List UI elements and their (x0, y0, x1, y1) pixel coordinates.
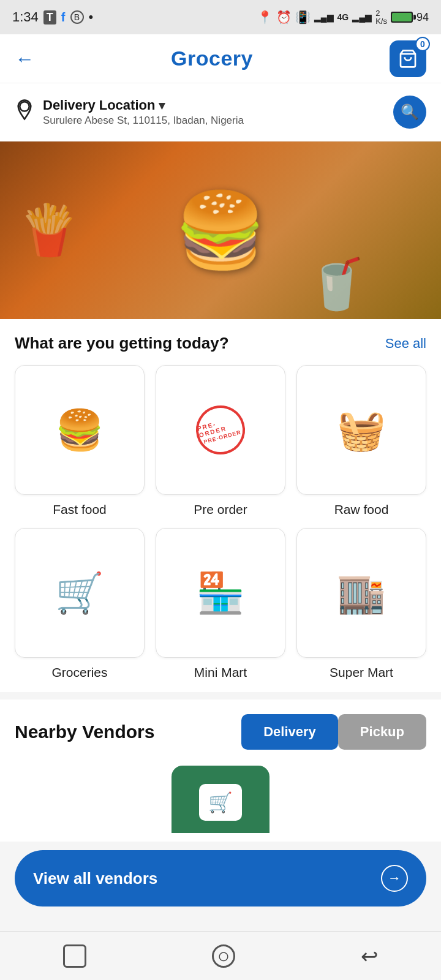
raw-food-icon: 🧺 (337, 407, 386, 453)
vendor-store-icon: 🛒 (208, 791, 233, 814)
location-label: Delivery Location ▾ (43, 97, 244, 113)
category-super-mart[interactable]: 🏬 Super Mart (296, 528, 426, 680)
cart-badge: 0 (415, 37, 430, 51)
top-nav: ← Grocery 0 (0, 34, 441, 83)
arrow-circle-icon: → (381, 865, 408, 892)
category-raw-food[interactable]: 🧺 Raw food (296, 365, 426, 517)
category-section-title: What are you getting today? (15, 334, 229, 353)
category-mini-mart[interactable]: 🏪 Mini Mart (156, 528, 285, 680)
cart-icon (398, 49, 418, 69)
category-section-header: What are you getting today? See all (0, 319, 441, 359)
groceries-icon: 🛒 (55, 570, 104, 616)
status-b-icon: B (70, 10, 84, 24)
status-time: 1:34 (12, 9, 39, 25)
delivery-pickup-toggle: Delivery Pickup (241, 714, 426, 750)
groceries-label: Groceries (51, 665, 107, 680)
location-address: Surulere Abese St, 110115, Ibadan, Niger… (43, 115, 244, 127)
location-info: Delivery Location ▾ Surulere Abese St, 1… (15, 97, 244, 127)
mini-mart-label: Mini Mart (194, 665, 247, 680)
pre-order-stamp-icon: PRE-ORDER PRE-ORDER (190, 400, 251, 460)
signal-bars-2: ▂▄▆ (352, 12, 372, 22)
mini-mart-icon-box: 🏪 (156, 528, 285, 658)
battery-percent: 94 (417, 11, 429, 24)
nav-home-button[interactable]: ○ (212, 944, 235, 968)
vendor-card-preview[interactable]: 🛒 (15, 760, 426, 833)
page-title: Grocery (171, 47, 253, 70)
vibrate-icon: 📳 (295, 10, 311, 24)
pickup-toggle-button[interactable]: Pickup (338, 714, 426, 750)
raw-food-label: Raw food (334, 502, 389, 517)
location-status-icon: 📍 (257, 10, 273, 24)
raw-food-icon-box: 🧺 (296, 365, 426, 495)
pre-order-icon-box: PRE-ORDER PRE-ORDER (156, 365, 285, 495)
mini-mart-icon: 🏪 (196, 570, 245, 616)
search-icon: 🔍 (401, 104, 419, 121)
status-dot: • (89, 9, 94, 25)
status-t-icon: T (43, 10, 56, 24)
arrow-icon: → (388, 870, 401, 886)
nav-square-button[interactable] (63, 944, 86, 968)
status-left: 1:34 T f B • (12, 9, 93, 25)
status-right: 📍 ⏰ 📳 ▂▄▆ 4G ▂▄▆ 2K/s 94 (257, 9, 429, 25)
status-fb-icon: f (61, 10, 66, 24)
category-groceries[interactable]: 🛒 Groceries (15, 528, 145, 680)
category-pre-order[interactable]: PRE-ORDER PRE-ORDER Pre order (156, 365, 285, 517)
nearby-vendors-title: Nearby Vendors (15, 722, 154, 742)
fast-food-icon: 🍔 (55, 407, 104, 453)
back-button[interactable]: ← (15, 49, 34, 69)
delivery-location-bar[interactable]: Delivery Location ▾ Surulere Abese St, 1… (0, 83, 441, 141)
svg-point-1 (20, 102, 29, 111)
super-mart-label: Super Mart (330, 665, 393, 680)
vendor-card: 🛒 (172, 766, 270, 833)
super-mart-icon-box: 🏬 (296, 528, 426, 658)
category-grid: 🍔 Fast food PRE-ORDER PRE-ORDER Pre orde… (0, 359, 441, 692)
banner-side-food: 🍟 (18, 202, 80, 259)
status-bar: 1:34 T f B • 📍 ⏰ 📳 ▂▄▆ 4G ▂▄▆ 2K/s 94 (0, 0, 441, 34)
nav-back-button[interactable]: ↩ (361, 944, 378, 968)
fast-food-icon-box: 🍔 (15, 365, 145, 495)
search-button[interactable]: 🔍 (393, 96, 426, 129)
pre-order-label: Pre order (194, 502, 247, 517)
see-all-button[interactable]: See all (385, 336, 426, 352)
alarm-icon: ⏰ (276, 10, 292, 24)
view-all-vendors-button[interactable]: View all vendors → (15, 850, 426, 907)
view-all-label: View all vendors (33, 869, 157, 888)
banner-drink: 🥤 (306, 255, 368, 313)
banner-image: 🍟 🍔 🥤 (0, 141, 441, 319)
nearby-vendors-section: Nearby Vendors Delivery Pickup 🛒 (0, 699, 441, 842)
signal-bars: ▂▄▆ (314, 12, 334, 22)
nearby-vendors-header: Nearby Vendors Delivery Pickup (15, 714, 426, 750)
chevron-down-icon: ▾ (159, 98, 165, 113)
cart-button[interactable]: 0 (390, 40, 426, 77)
fast-food-label: Fast food (53, 502, 107, 517)
groceries-icon-box: 🛒 (15, 528, 145, 658)
super-mart-icon: 🏬 (337, 570, 386, 616)
banner-main-food: 🍔 (175, 187, 266, 274)
delivery-toggle-button[interactable]: Delivery (241, 714, 338, 750)
location-pin-icon (15, 99, 34, 126)
speed-indicator: 2K/s (375, 9, 387, 25)
battery-icon (391, 12, 413, 23)
vendor-logo: 🛒 (199, 784, 242, 821)
category-fast-food[interactable]: 🍔 Fast food (15, 365, 145, 517)
network-4g: 4G (337, 12, 349, 22)
bottom-nav: ○ ↩ (0, 931, 441, 980)
